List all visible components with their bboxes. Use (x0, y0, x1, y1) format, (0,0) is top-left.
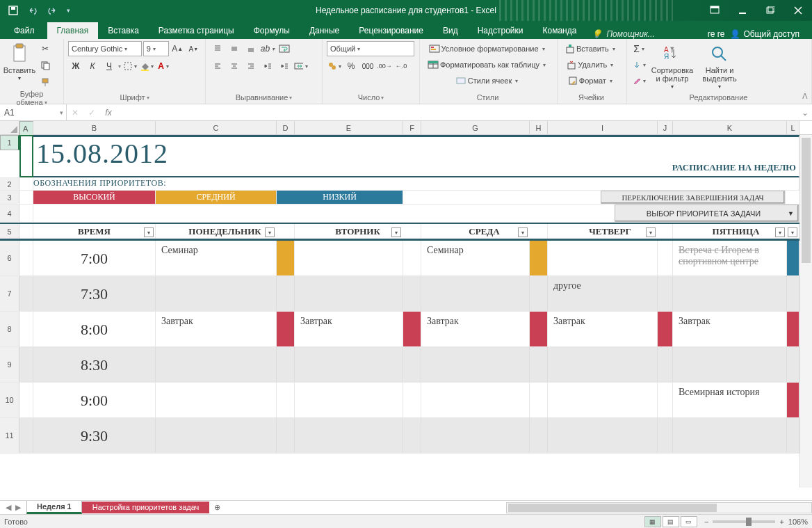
th-time[interactable]: ВРЕМЯ▾ (33, 224, 156, 239)
task-cell[interactable]: Семинар (421, 241, 530, 275)
row-header[interactable]: 4 (0, 205, 19, 222)
schedule-title-cell[interactable]: РАСПИСАНИЕ НА НЕДЕЛЮ (421, 135, 799, 177)
filter-icon[interactable]: ▾ (518, 227, 528, 237)
tab-home[interactable]: Главная (47, 22, 99, 39)
row-header[interactable]: 3 (0, 191, 19, 204)
priority-low[interactable]: НИЗКИЙ (277, 191, 403, 204)
col-header[interactable]: H (530, 121, 548, 134)
col-header[interactable]: A (19, 121, 33, 136)
save-icon[interactable] (4, 2, 22, 19)
col-header[interactable]: J (658, 121, 673, 134)
task-cell[interactable]: Завтрак (673, 312, 787, 346)
align-top-icon[interactable] (210, 41, 225, 56)
time-cell[interactable]: 7:00 (33, 241, 156, 275)
comma-icon[interactable]: 000 (360, 58, 375, 74)
insert-cells-button[interactable]: Вставить (562, 41, 619, 56)
format-painter-icon[interactable] (38, 74, 53, 90)
prev-sheet-icon[interactable]: ◀ (6, 503, 11, 512)
undo-icon[interactable] (24, 2, 42, 19)
fill-icon[interactable] (631, 57, 647, 72)
time-cell[interactable]: 7:30 (33, 276, 156, 311)
fill-color-icon[interactable] (139, 58, 154, 74)
row-header[interactable]: 11 (0, 418, 19, 453)
tab-page-layout[interactable]: Разметка страницы (149, 22, 244, 39)
view-layout-icon[interactable]: ▤ (663, 516, 679, 527)
col-header[interactable]: I (548, 121, 658, 134)
number-format[interactable]: Общий (327, 41, 414, 56)
formula-input[interactable] (117, 104, 798, 120)
border-icon[interactable] (122, 58, 138, 74)
time-cell[interactable]: 8:00 (33, 312, 156, 346)
col-header[interactable]: L (787, 121, 799, 134)
find-select-button[interactable]: Найти и выделить▾ (698, 41, 741, 92)
priority-accent[interactable] (403, 312, 421, 346)
row-header[interactable]: 5 (0, 224, 19, 239)
filter-icon[interactable]: ▾ (391, 227, 401, 237)
row-header[interactable]: 6 (0, 241, 19, 275)
task-cell[interactable]: другое (548, 276, 658, 311)
indent-increase-icon[interactable] (277, 58, 292, 74)
enter-icon[interactable]: ✓ (83, 104, 100, 120)
week-date-cell[interactable]: 15.08.2012 (33, 135, 421, 177)
ribbon-options-icon[interactable] (701, 0, 729, 21)
align-center-icon[interactable] (227, 58, 242, 74)
share-button[interactable]: 👤Общий доступ (730, 29, 799, 39)
delete-cells-button[interactable]: Удалить (562, 57, 619, 72)
sort-filter-button[interactable]: АЯ Сортировка и фильтр▾ (649, 41, 695, 92)
underline-button[interactable]: Ч (102, 58, 117, 74)
priority-label-cell[interactable]: ОБОЗНАЧЕНИЯ ПРИОРИТЕТОВ: (33, 178, 403, 190)
format-cells-button[interactable]: Формат (562, 73, 619, 88)
bold-button[interactable]: Ж (68, 58, 83, 74)
time-cell[interactable]: 8:30 (33, 347, 156, 382)
vertical-scrollbar[interactable] (799, 135, 812, 488)
close-button[interactable] (784, 0, 812, 21)
row-header[interactable]: 7 (0, 276, 19, 311)
filter-icon[interactable]: ▾ (788, 227, 797, 237)
select-all[interactable] (0, 121, 19, 134)
col-header[interactable]: D (277, 121, 295, 134)
align-middle-icon[interactable] (227, 41, 242, 56)
decrease-decimal-icon[interactable]: ←.0 (393, 58, 409, 74)
task-cell[interactable]: Завтрак (421, 312, 530, 346)
qat-customize-icon[interactable]: ▾ (63, 2, 74, 19)
user-name[interactable]: re re (708, 29, 725, 39)
toggle-done-button[interactable]: ПЕРЕКЛЮЧЕНИЕ ЗАВЕРШЕНИЯ ЗАДАЧ (601, 191, 785, 204)
maximize-button[interactable] (756, 0, 784, 21)
italic-button[interactable]: К (85, 58, 100, 74)
task-cell[interactable]: Завтрак (156, 312, 277, 346)
font-name[interactable]: Century Gothic (68, 41, 142, 56)
tab-insert[interactable]: Вставка (98, 22, 149, 39)
zoom-in[interactable]: + (779, 518, 783, 526)
font-size[interactable]: 9 (143, 41, 169, 56)
active-cell[interactable]: НАЧАЛО НЕДЕЛИ (19, 135, 33, 177)
col-header[interactable]: E (295, 121, 403, 134)
sheet-tab-active[interactable]: Неделя 1 (26, 501, 82, 514)
th-fri[interactable]: ПЯТНИЦА▾▾ (673, 224, 799, 239)
view-pagebreak-icon[interactable]: ▭ (681, 516, 697, 527)
paste-button[interactable]: Вставить▾ (4, 41, 35, 83)
shrink-font-icon[interactable]: A▼ (186, 41, 201, 56)
zoom-slider[interactable] (713, 520, 775, 523)
time-cell[interactable]: 9:00 (33, 383, 156, 417)
tab-addins[interactable]: Надстройки (468, 22, 533, 39)
th-wed[interactable]: СРЕДА▾ (421, 224, 548, 239)
currency-icon[interactable] (327, 58, 342, 74)
filter-icon[interactable]: ▾ (775, 227, 785, 237)
font-color-icon[interactable]: A (156, 58, 171, 74)
add-sheet-button[interactable]: ⊕ (209, 503, 225, 512)
row-header[interactable]: 8 (0, 312, 19, 346)
merge-icon[interactable] (293, 58, 309, 74)
priority-accent[interactable] (787, 312, 799, 346)
task-cell[interactable]: Встреча с Игорем в спортивном центре (673, 241, 787, 275)
col-header[interactable]: B (33, 121, 156, 134)
cancel-icon[interactable]: ✕ (67, 104, 83, 120)
filter-icon[interactable]: ▾ (265, 227, 275, 237)
tab-view[interactable]: Вид (433, 22, 468, 39)
priority-medium[interactable]: СРЕДНИЙ (156, 191, 277, 204)
task-cell[interactable]: Завтрак (548, 312, 658, 346)
tab-formulas[interactable]: Формулы (244, 22, 300, 39)
collapse-ribbon-icon[interactable]: ᐱ (802, 92, 808, 101)
minimize-button[interactable] (729, 0, 756, 21)
fx-icon[interactable]: fx (100, 104, 117, 120)
redo-icon[interactable] (43, 2, 61, 19)
